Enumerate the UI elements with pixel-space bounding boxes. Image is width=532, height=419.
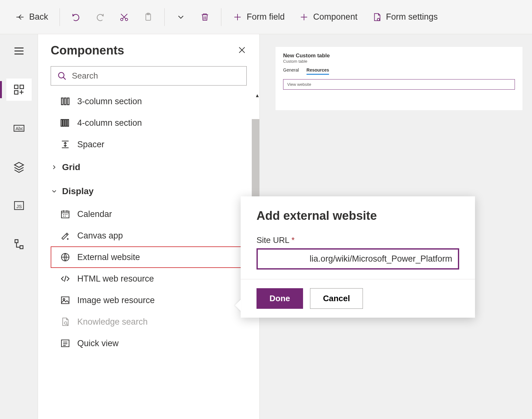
site-url-input[interactable] <box>256 248 459 270</box>
separator <box>60 8 60 26</box>
site-url-label: Site URL * <box>256 235 459 245</box>
tab-general[interactable]: General <box>283 67 299 75</box>
quick-view-icon <box>60 338 70 348</box>
components-icon <box>13 84 25 96</box>
rail-layers[interactable] <box>6 156 32 178</box>
item-image-web-resource[interactable]: Image web resource <box>51 289 247 311</box>
item-3-column[interactable]: 3-column section <box>51 91 247 112</box>
group-grid[interactable]: Grid <box>51 155 247 179</box>
plus-icon <box>233 12 242 22</box>
tree-icon <box>13 238 25 250</box>
form-settings-label: Form settings <box>386 12 438 22</box>
four-column-icon <box>60 118 70 128</box>
item-knowledge-search[interactable]: Knowledge search <box>51 311 247 333</box>
spacer-icon <box>60 139 70 149</box>
trash-icon <box>200 12 210 22</box>
svg-rect-6 <box>20 85 23 89</box>
item-label: Quick view <box>77 339 119 348</box>
svg-rect-24 <box>61 297 69 303</box>
code-icon <box>60 274 70 284</box>
item-label: Calendar <box>77 209 112 219</box>
cancel-button[interactable]: Cancel <box>310 288 363 309</box>
separator <box>164 8 165 26</box>
globe-icon <box>60 252 70 262</box>
item-4-column[interactable]: 4-column section <box>51 112 247 134</box>
hamburger-icon <box>13 45 25 57</box>
separator <box>221 8 221 26</box>
search-icon <box>57 71 67 81</box>
svg-rect-18 <box>61 119 62 126</box>
form-subtitle: Custom table <box>283 59 515 64</box>
item-quick-view[interactable]: Quick view <box>51 333 247 354</box>
chevron-down-icon <box>51 188 58 195</box>
chevron-right-icon <box>51 164 58 171</box>
form-preview[interactable]: New Custom table Custom table General Re… <box>276 47 522 110</box>
done-button[interactable]: Done <box>256 288 303 309</box>
callout-beak <box>235 299 241 312</box>
item-label: 3-column section <box>77 97 142 106</box>
item-label: External website <box>77 252 140 262</box>
form-field-label: Form field <box>247 12 285 22</box>
components-scroll: ▴ 3-column section 4-column section Spac… <box>38 91 259 419</box>
svg-rect-20 <box>65 119 66 126</box>
item-spacer[interactable]: Spacer <box>51 134 247 155</box>
rail-js[interactable]: JS <box>6 194 32 217</box>
paste-icon <box>143 12 153 22</box>
svg-rect-15 <box>61 98 63 105</box>
cut-button[interactable] <box>114 9 135 25</box>
hamburger-button[interactable] <box>6 40 32 62</box>
svg-rect-19 <box>63 119 64 126</box>
item-external-website[interactable]: External website <box>51 246 247 268</box>
back-button[interactable]: Back <box>10 9 54 25</box>
item-canvas-app[interactable]: Canvas app <box>51 225 247 246</box>
rail-tree[interactable] <box>6 233 32 255</box>
item-label: Image web resource <box>77 295 155 305</box>
redo-button[interactable] <box>90 9 111 25</box>
svg-point-14 <box>59 72 64 78</box>
label-text: Site URL <box>256 235 289 245</box>
plus-icon <box>299 12 309 22</box>
layers-icon <box>13 161 25 173</box>
svg-rect-12 <box>15 240 18 243</box>
close-panel-button[interactable] <box>237 45 247 56</box>
svg-rect-7 <box>14 91 18 94</box>
chevron-down-icon <box>176 12 186 22</box>
arrow-left-icon <box>15 12 25 22</box>
item-calendar[interactable]: Calendar <box>51 203 247 225</box>
js-icon: JS <box>13 200 25 212</box>
svg-rect-17 <box>67 98 69 105</box>
scroll-up-arrow[interactable]: ▴ <box>256 92 259 99</box>
undo-button[interactable] <box>66 9 86 25</box>
chevron-button[interactable] <box>170 9 191 25</box>
rail-components[interactable] <box>6 79 32 101</box>
canvas-app-icon <box>60 231 70 241</box>
panel-title: Components <box>51 44 124 57</box>
group-display[interactable]: Display <box>51 179 247 203</box>
close-icon <box>237 45 247 55</box>
add-component-button[interactable]: Component <box>294 9 363 25</box>
tab-resources[interactable]: Resources <box>307 67 329 75</box>
rail-abc[interactable]: Abc <box>6 117 32 139</box>
item-label: Canvas app <box>77 231 123 241</box>
add-form-field-button[interactable]: Form field <box>227 9 290 25</box>
three-column-icon <box>60 96 70 106</box>
paste-button[interactable] <box>138 9 159 25</box>
search-placeholder: Search <box>72 71 98 81</box>
item-label: Knowledge search <box>77 317 148 327</box>
svg-text:JS: JS <box>16 204 22 209</box>
search-input[interactable]: Search <box>51 66 247 86</box>
svg-rect-16 <box>64 98 66 105</box>
group-label: Display <box>62 186 94 196</box>
form-title: New Custom table <box>283 53 515 59</box>
delete-button[interactable] <box>194 9 215 25</box>
svg-text:Abc: Abc <box>15 126 23 131</box>
item-html-web-resource[interactable]: HTML web resource <box>51 268 247 289</box>
section-view-website[interactable]: View website <box>283 79 515 90</box>
dialog-title: Add external website <box>256 209 459 223</box>
cut-icon <box>119 12 129 22</box>
redo-icon <box>95 12 105 22</box>
item-label: Spacer <box>77 140 104 149</box>
add-external-website-dialog: Add external website Site URL * Done Can… <box>241 196 475 318</box>
components-panel: Components Search ▴ 3-column section <box>38 34 260 419</box>
form-settings-button[interactable]: Form settings <box>366 9 444 25</box>
